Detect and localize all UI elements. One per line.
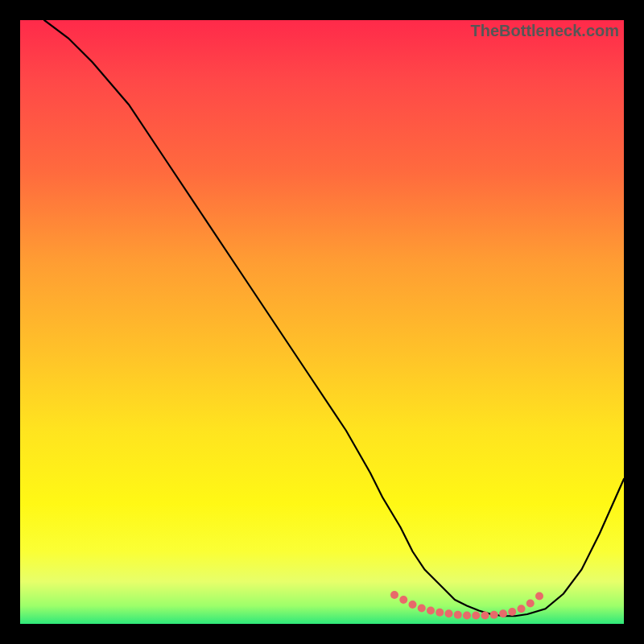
curve-layer [20,20,624,624]
watermark-text: TheBottleneck.com [471,22,619,40]
highlight-dot [418,605,426,613]
highlight-dot [526,600,535,608]
highlight-dot [490,611,498,619]
bottleneck-curve [44,20,624,616]
highlight-dot [390,591,398,599]
highlight-dot [436,609,444,617]
highlight-dot [518,605,526,613]
highlight-dot [481,612,489,620]
highlight-dot [535,592,543,601]
highlight-dot [508,608,516,616]
highlight-dot [472,612,480,620]
highlight-dot [409,601,417,609]
highlight-dot [499,609,507,617]
plot-area: TheBottleneck.com [20,20,624,624]
highlight-dot [454,611,462,619]
highlight-dot [445,609,453,617]
highlight-dot [399,596,407,604]
highlight-dot [463,612,471,620]
chart-frame: TheBottleneck.com [0,0,644,644]
highlight-dot [427,607,435,615]
